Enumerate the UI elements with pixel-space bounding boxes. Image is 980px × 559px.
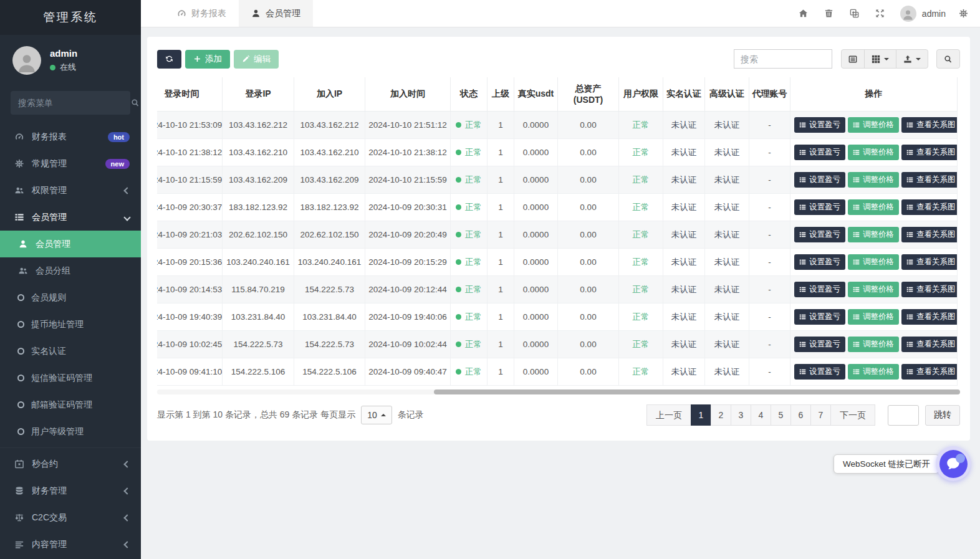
adjust-price-button[interactable]: 调整价格: [848, 117, 899, 133]
sidebar-item-general-mgmt[interactable]: 常规管理new: [0, 150, 141, 177]
translate-button[interactable]: [842, 0, 867, 27]
scrollbar-thumb[interactable]: [434, 389, 960, 394]
action-button-label: 查看关系图: [916, 339, 956, 350]
add-button[interactable]: 添加: [185, 50, 230, 69]
sidebar-item-member-mgmt[interactable]: 会员管理: [0, 204, 141, 231]
adjust-price-button[interactable]: 调整价格: [848, 227, 899, 242]
view-relation-button[interactable]: 查看关系图: [901, 145, 958, 160]
page-button-2[interactable]: 2: [711, 404, 731, 426]
column-header[interactable]: 登录IP: [223, 77, 294, 112]
column-header[interactable]: 总资产(USDT): [558, 77, 619, 112]
adjust-price-button[interactable]: 调整价格: [848, 172, 899, 188]
search-button[interactable]: [936, 49, 960, 69]
page-button-7[interactable]: 7: [810, 404, 831, 426]
action-button-label: 查看关系图: [916, 284, 956, 295]
set-pnl-button[interactable]: 设置盈亏: [794, 337, 845, 352]
sidebar-subitem-member-group[interactable]: 会员分组: [0, 257, 141, 284]
sidebar-item-second-contract[interactable]: 秒合约: [0, 451, 141, 477]
cell-real-usdt: 0.0000: [514, 276, 558, 303]
sidebar-subitem-sms-code-mgmt[interactable]: 短信验证码管理: [0, 365, 141, 391]
adjust-price-button[interactable]: 调整价格: [848, 199, 899, 215]
settings-gear-button[interactable]: [951, 0, 976, 27]
column-header[interactable]: 实名认证: [663, 77, 705, 112]
view-relation-button[interactable]: 查看关系图: [901, 282, 958, 297]
page-button-6[interactable]: 6: [790, 404, 811, 426]
sidebar-subitem-member-rules[interactable]: 会员规则: [0, 284, 141, 311]
sidebar-subitem-label: 邮箱验证码管理: [31, 399, 130, 411]
column-header[interactable]: 加入时间: [365, 77, 451, 112]
column-header[interactable]: 加入IP: [294, 77, 365, 112]
sidebar-search-input[interactable]: [18, 98, 131, 108]
action-button-label: 设置盈亏: [809, 312, 840, 322]
adjust-price-button[interactable]: 调整价格: [848, 254, 899, 270]
expand-button[interactable]: [867, 0, 893, 27]
translate-icon: [850, 9, 859, 18]
view-relation-button[interactable]: 查看关系图: [901, 309, 958, 325]
set-pnl-button[interactable]: 设置盈亏: [794, 145, 845, 160]
next-page-button[interactable]: 下一页: [830, 404, 875, 426]
detail-view-button[interactable]: [841, 49, 865, 69]
home-button[interactable]: [790, 0, 816, 27]
jump-button[interactable]: 跳转: [925, 405, 960, 426]
column-header[interactable]: 操作: [790, 77, 958, 112]
prev-page-button[interactable]: 上一页: [646, 404, 691, 426]
refresh-button[interactable]: [157, 50, 181, 69]
export-button[interactable]: [896, 49, 928, 69]
column-header[interactable]: 登录时间: [157, 77, 223, 112]
sidebar-item-content-mgmt[interactable]: 内容管理: [0, 531, 141, 558]
adjust-price-button[interactable]: 调整价格: [848, 364, 899, 380]
th-list-icon: [906, 313, 913, 320]
column-header[interactable]: 用户权限: [619, 77, 663, 112]
page-button-1[interactable]: 1: [691, 404, 711, 426]
page-button-4[interactable]: 4: [751, 404, 771, 426]
set-pnl-button[interactable]: 设置盈亏: [794, 254, 845, 270]
navbar-user-menu[interactable]: admin: [893, 6, 951, 22]
columns-button[interactable]: [864, 49, 896, 69]
th-list-icon: [853, 176, 860, 183]
view-relation-button[interactable]: 查看关系图: [901, 337, 958, 352]
column-header[interactable]: 真实usdt: [514, 77, 558, 112]
sidebar-subitem-withdraw-address-mgmt[interactable]: 提币地址管理: [0, 311, 141, 338]
adjust-price-button[interactable]: 调整价格: [848, 282, 899, 297]
sidebar-subitem-member-mgmt[interactable]: 会员管理: [0, 231, 141, 257]
chat-fab-button[interactable]: [936, 446, 971, 481]
set-pnl-button[interactable]: 设置盈亏: [794, 117, 845, 133]
table-search-input[interactable]: [734, 49, 832, 69]
trash-button[interactable]: [816, 0, 842, 27]
adjust-price-button[interactable]: 调整价格: [848, 145, 899, 160]
column-header[interactable]: 上级: [488, 77, 514, 112]
set-pnl-button[interactable]: 设置盈亏: [794, 227, 845, 242]
adjust-price-button[interactable]: 调整价格: [848, 337, 899, 352]
menu-toggle-icon[interactable]: [141, 9, 165, 19]
column-header[interactable]: 状态: [451, 77, 488, 112]
view-relation-button[interactable]: 查看关系图: [901, 199, 958, 215]
view-relation-button[interactable]: 查看关系图: [901, 364, 958, 380]
sidebar-subitem-user-level-mgmt[interactable]: 用户等级管理: [0, 418, 141, 445]
jump-page-input[interactable]: [888, 405, 919, 426]
set-pnl-button[interactable]: 设置盈亏: [794, 309, 845, 325]
page-size-select[interactable]: 10: [361, 406, 392, 424]
adjust-price-button[interactable]: 调整价格: [848, 309, 899, 325]
sidebar-item-finance-report[interactable]: 财务报表hot: [0, 123, 141, 150]
sidebar-item-c2c-trade[interactable]: C2C交易: [0, 504, 141, 531]
tab-member-mgmt[interactable]: 会员管理: [239, 0, 313, 27]
sidebar-item-permission-mgmt[interactable]: 权限管理: [0, 177, 141, 204]
sidebar-item-finance-mgmt[interactable]: 财务管理: [0, 477, 141, 504]
edit-button[interactable]: 编辑: [234, 50, 279, 69]
horizontal-scrollbar[interactable]: [157, 389, 960, 394]
sidebar-subitem-email-code-mgmt[interactable]: 邮箱验证码管理: [0, 391, 141, 418]
page-button-3[interactable]: 3: [731, 404, 751, 426]
column-header[interactable]: 代理账号: [749, 77, 790, 112]
view-relation-button[interactable]: 查看关系图: [901, 117, 958, 133]
sidebar-subitem-realname-auth[interactable]: 实名认证: [0, 338, 141, 365]
set-pnl-button[interactable]: 设置盈亏: [794, 172, 845, 188]
view-relation-button[interactable]: 查看关系图: [901, 254, 958, 270]
tab-finance-report[interactable]: 财务报表: [165, 0, 239, 27]
set-pnl-button[interactable]: 设置盈亏: [794, 364, 845, 380]
set-pnl-button[interactable]: 设置盈亏: [794, 199, 845, 215]
column-header[interactable]: 高级认证: [705, 77, 749, 112]
view-relation-button[interactable]: 查看关系图: [901, 227, 958, 242]
page-button-5[interactable]: 5: [771, 404, 791, 426]
view-relation-button[interactable]: 查看关系图: [901, 172, 958, 188]
set-pnl-button[interactable]: 设置盈亏: [794, 282, 845, 297]
